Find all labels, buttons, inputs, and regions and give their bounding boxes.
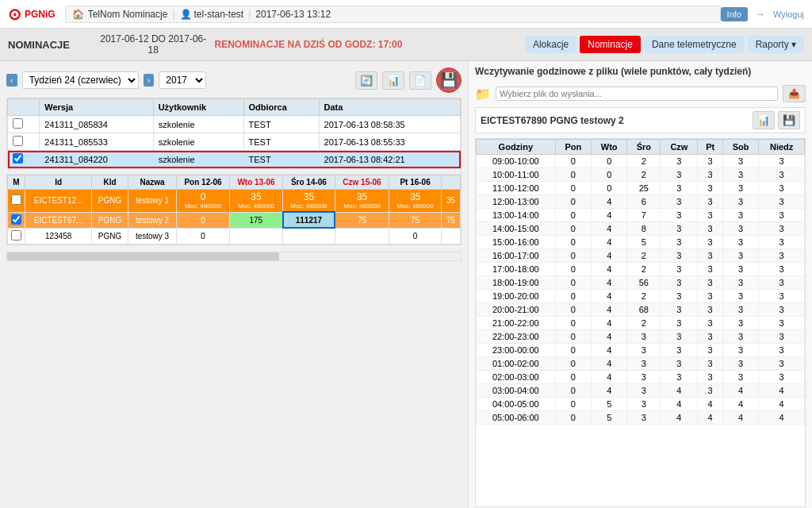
drow-pt[interactable]: 3 [698,249,722,263]
row1-pon[interactable]: 0 Moc: 480000 [177,190,230,213]
drow-sob[interactable]: 3 [722,182,758,195]
drow-wto[interactable]: 5 [592,398,627,411]
drow-sro[interactable]: 2 [627,263,661,276]
export-pdf-button[interactable]: 📄 [409,71,431,90]
drow-niedz[interactable]: 3 [759,222,805,236]
drow-wto[interactable]: 4 [592,290,627,303]
year-select[interactable]: 2017 [159,71,206,89]
drow-sro[interactable]: 3 [627,384,661,398]
drow-pt[interactable]: 3 [698,168,722,182]
drow-pt[interactable]: 3 [698,303,722,317]
vrow-checkbox[interactable] [13,136,23,146]
row1-wto[interactable]: 35 Moc: 480000 [230,190,283,213]
drow-sro[interactable]: 7 [627,209,661,222]
drow-sro[interactable]: 8 [627,222,661,236]
drow-czw[interactable]: 3 [661,303,698,317]
drow-wto[interactable]: 4 [592,249,627,263]
drow-sro[interactable]: 3 [627,330,661,344]
drow-sob[interactable]: 3 [722,249,758,263]
drow-pt[interactable]: 3 [698,344,722,357]
drow-niedz[interactable]: 4 [759,411,805,425]
drow-pon[interactable]: 0 [555,317,591,330]
drow-czw[interactable]: 3 [661,371,698,384]
drow-pon[interactable]: 0 [555,182,591,195]
row2-wto[interactable]: 175 [230,212,283,228]
drow-niedz[interactable]: 3 [759,344,805,357]
drow-wto[interactable]: 4 [592,344,627,357]
row2-cb[interactable] [8,212,25,228]
row2-sro[interactable]: 111217 [283,212,335,228]
drow-niedz[interactable]: 3 [759,168,805,182]
data-export-button[interactable]: 📊 [753,111,775,129]
drow-pon[interactable]: 0 [555,155,591,168]
row3-sro[interactable] [283,228,335,244]
drow-niedz[interactable]: 3 [759,303,805,317]
drow-niedz[interactable]: 3 [759,182,805,195]
drow-pt[interactable]: 3 [698,357,722,371]
row2-czw[interactable]: 75 [335,212,389,228]
drow-sro[interactable]: 3 [627,398,661,411]
drow-czw[interactable]: 3 [661,209,698,222]
row2-pon[interactable]: 0 [177,212,230,228]
drow-sob[interactable]: 3 [722,357,758,371]
drow-sro[interactable]: 56 [627,276,661,290]
drow-niedz[interactable]: 4 [759,398,805,411]
drow-wto[interactable]: 0 [592,168,627,182]
drow-sob[interactable]: 4 [722,398,758,411]
drow-pt[interactable]: 4 [698,398,722,411]
row3-pt[interactable]: 0 [389,228,442,244]
drow-sob[interactable]: 4 [722,384,758,398]
drow-niedz[interactable]: 3 [759,276,805,290]
drow-pt[interactable]: 3 [698,155,722,168]
row1-sro[interactable]: 35 Moc: 480000 [283,190,335,213]
tab-alokacje[interactable]: Alokacje [525,36,576,53]
tab-dane[interactable]: Dane telemetryczne [644,36,745,53]
drow-sob[interactable]: 3 [722,290,758,303]
drow-sro[interactable]: 6 [627,195,661,209]
drow-sro[interactable]: 68 [627,303,661,317]
drow-sob[interactable]: 3 [722,276,758,290]
drow-pon[interactable]: 0 [555,290,591,303]
vrow-cb[interactable] [8,116,40,133]
data-save-button[interactable]: 💾 [778,111,800,129]
drow-pon[interactable]: 0 [555,195,591,209]
upload-button[interactable]: 📤 [783,85,806,102]
drow-niedz[interactable]: 3 [759,195,805,209]
horizontal-scrollbar[interactable] [6,252,462,261]
row2-pt[interactable]: 75 [389,212,442,228]
drow-wto[interactable]: 5 [592,411,627,425]
drow-niedz[interactable]: 3 [759,330,805,344]
drow-wto[interactable]: 4 [592,276,627,290]
row3-checkbox[interactable] [11,230,21,241]
drow-sob[interactable]: 3 [722,371,758,384]
drow-niedz[interactable]: 3 [759,263,805,276]
drow-pt[interactable]: 3 [698,330,722,344]
drow-czw[interactable]: 3 [661,236,698,249]
row2-checkbox[interactable] [11,214,21,225]
logout-button[interactable]: Wyloguj [773,10,804,19]
drow-wto[interactable]: 4 [592,371,627,384]
drow-pt[interactable]: 3 [698,276,722,290]
drow-pt[interactable]: 3 [698,236,722,249]
drow-sro[interactable]: 3 [627,357,661,371]
drow-wto[interactable]: 4 [592,222,627,236]
drow-czw[interactable]: 3 [661,222,698,236]
drow-pt[interactable]: 3 [698,317,722,330]
drow-czw[interactable]: 4 [661,384,698,398]
row3-cb[interactable] [8,228,25,244]
drow-pt[interactable]: 3 [698,371,722,384]
drow-pt[interactable]: 3 [698,182,722,195]
drow-wto[interactable]: 0 [592,155,627,168]
drow-czw[interactable]: 3 [661,276,698,290]
drow-niedz[interactable]: 3 [759,209,805,222]
drow-sob[interactable]: 3 [722,330,758,344]
drow-czw[interactable]: 3 [661,168,698,182]
drow-sro[interactable]: 2 [627,249,661,263]
drow-pon[interactable]: 0 [555,263,591,276]
drow-pt[interactable]: 3 [698,290,722,303]
row3-pon[interactable]: 0 [177,228,230,244]
drow-wto[interactable]: 4 [592,357,627,371]
vrow-cb[interactable] [8,133,40,151]
export-xls-button[interactable]: 📊 [382,71,404,90]
drow-niedz[interactable]: 3 [759,249,805,263]
